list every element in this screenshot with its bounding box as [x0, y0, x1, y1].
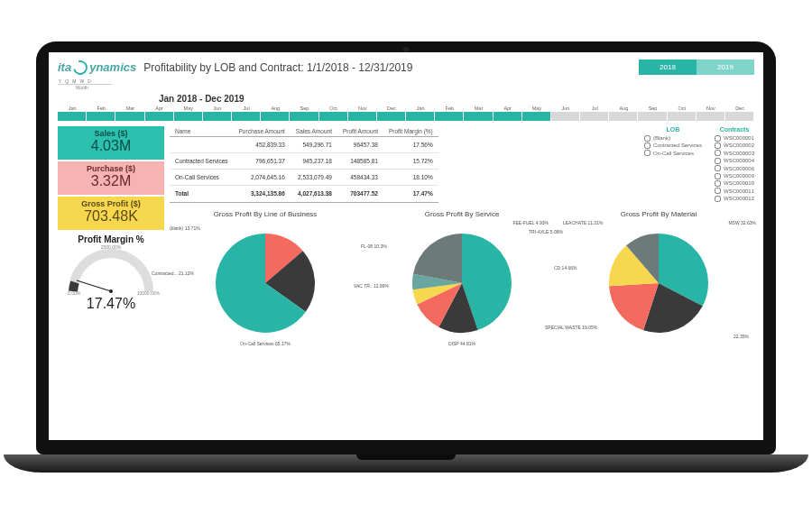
filter-contracts[interactable]: Contracts WSC000001WSC000002WSC000003WSC…: [715, 126, 754, 203]
kpi-sales: Sales ($)4.03M: [58, 126, 164, 160]
pie-slice-label: VAC TR.. 12.89%: [354, 283, 389, 289]
pie-slice-label: LEACHATE 11.31%: [563, 220, 603, 225]
filter-item[interactable]: WSC000004: [715, 157, 754, 164]
profit-table[interactable]: NamePurchase AmountSales AmountProfit Am…: [170, 126, 438, 203]
table-row[interactable]: Total3,324,135.864,027,613.38703477.5217…: [170, 186, 438, 202]
table-row[interactable]: 452,839.33549,296.7196457.3817.56%: [170, 137, 438, 153]
pie-chart[interactable]: Gross Profit By MaterialLEACHATE 11.31%M…: [563, 210, 754, 346]
filter-item[interactable]: WSC000003: [715, 150, 754, 157]
filter-item[interactable]: WSC000006: [715, 165, 754, 172]
laptop-mock: itaynamics Profitability by LOB and Cont…: [36, 41, 776, 473]
pie-slice-label: Contracted... 21.12%: [152, 271, 194, 276]
gauge-chart: 2500.00% 0.00% 10000.00%: [66, 246, 156, 296]
table-row[interactable]: Contracted Services796,651.37945,237.181…: [170, 153, 438, 170]
pie-slice-label: FEE-FUEL 4.93%: [512, 220, 549, 225]
chart-title: Gross Profit By Line of Business: [170, 210, 361, 218]
filter-item[interactable]: WSC000010: [715, 179, 754, 187]
filter-item[interactable]: (Blank): [644, 134, 702, 142]
filter-item[interactable]: WSC000012: [715, 195, 754, 202]
laptop-base: [4, 454, 808, 473]
granularity-picker[interactable]: YQMWD: [58, 78, 112, 85]
dashboard: itaynamics Profitability by LOB and Cont…: [49, 52, 763, 440]
svg-point-1: [109, 289, 113, 293]
kpi-profit-margin: Profit Margin % 2500.00% 0.00% 10000.00%: [58, 232, 164, 317]
timeline-slider[interactable]: [58, 112, 754, 121]
chart-title: Gross Profit By Service: [366, 210, 558, 218]
year-button-2019[interactable]: 2019: [697, 60, 754, 75]
pie-slice-label: FL-08 10.3%: [361, 243, 387, 249]
filter-item[interactable]: WSC000001: [715, 134, 754, 142]
pie-chart[interactable]: Gross Profit By Line of Business(blank) …: [170, 210, 361, 346]
year-button-2018[interactable]: 2018: [639, 60, 697, 75]
filter-item[interactable]: WSC000011: [715, 188, 754, 195]
pie-slice-label: CD 14.66%: [554, 265, 577, 271]
chart-title: Gross Profit By Material: [563, 210, 754, 218]
pie-slice-label: DISP 44.81%: [448, 341, 475, 346]
logo: itaynamics: [58, 60, 136, 75]
logo-swirl-icon: [70, 58, 90, 78]
filter-item[interactable]: On-Call Services: [644, 150, 702, 157]
filter-item[interactable]: Contracted Services: [644, 142, 702, 149]
filter-item[interactable]: WSC000009: [715, 172, 754, 179]
pie-slice-label: TRI-AXLE 5.08%: [529, 229, 563, 234]
filter-item[interactable]: WSC000002: [715, 142, 754, 149]
filter-lob[interactable]: LOB (Blank)Contracted ServicesOn-Call Se…: [644, 126, 702, 203]
timeline-labels: JanFebMarAprMayJunJulAugSepOctNovDecJanF…: [58, 106, 754, 112]
page-title: Profitability by LOB and Contract: 1/1/2…: [143, 61, 412, 74]
pie-slice-label: SPECIAL WASTE 19.05%: [545, 325, 597, 330]
kpi-gross-profit: Gross Profit ($)703.48K: [58, 197, 164, 230]
pie-chart[interactable]: Gross Profit By ServiceFEE-FUEL 4.93%TRI…: [366, 210, 558, 346]
range-caption: Jan 2018 - Dec 2019: [159, 94, 754, 104]
kpi-purchase: Purchase ($)3.32M: [58, 161, 164, 195]
pie-slice-label: 22.35%: [734, 334, 749, 339]
svg-line-0: [77, 280, 111, 291]
table-row[interactable]: On-Call Services2,074,645.162,533,079.49…: [170, 170, 438, 186]
pie-slice-label: MSW 32.63%: [728, 220, 756, 225]
pie-slice-label: (blank) 13.71%: [170, 225, 200, 231]
pie-slice-label: On-Call Services 65.17%: [240, 341, 291, 346]
granularity-caption: Month: [76, 85, 754, 90]
